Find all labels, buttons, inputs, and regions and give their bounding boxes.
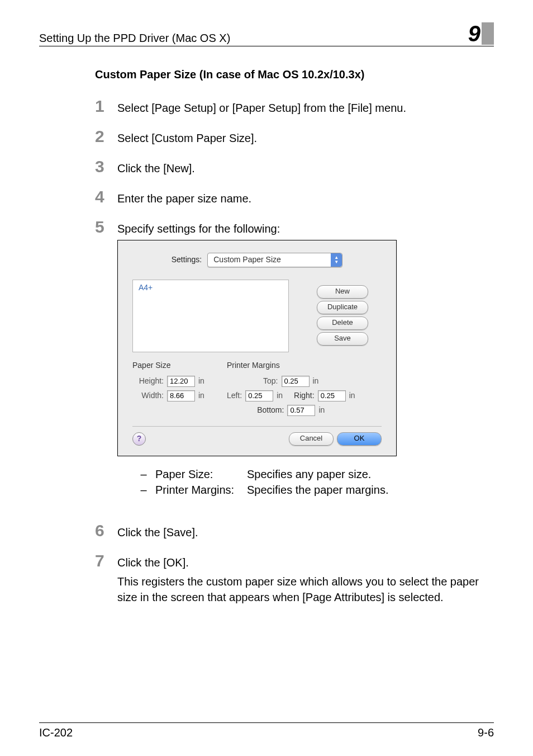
custom-paper-size-dialog: Settings: Custom Paper Size ▲▼ A4+ New D… <box>117 240 397 456</box>
step-1: Select [Page Setup] or [Paper Setup] fro… <box>95 98 494 116</box>
right-label: Right: <box>294 390 315 401</box>
bottom-unit: in <box>318 405 325 416</box>
desc-margin-text: Specifies the paper margins. <box>247 482 388 498</box>
delete-button[interactable]: Delete <box>317 316 368 330</box>
side-buttons: New Duplicate Delete Save <box>317 285 368 352</box>
duplicate-button[interactable]: Duplicate <box>317 301 368 314</box>
height-label: Height: <box>132 376 164 387</box>
page-header: Setting Up the PPD Driver (Mac OS X) 9 <box>39 22 494 46</box>
dialog-divider <box>132 426 382 427</box>
settings-row: Settings: Custom Paper Size ▲▼ <box>132 253 382 267</box>
bottom-label: Bottom: <box>257 405 284 416</box>
left-label: Left: <box>227 390 242 401</box>
top-unit: in <box>313 376 319 387</box>
width-input[interactable] <box>167 390 195 401</box>
dash-icon: – <box>140 482 147 498</box>
new-button[interactable]: New <box>317 285 368 299</box>
step-2: Select [Custom Paper Size]. <box>95 128 494 146</box>
chapter-stripe-icon <box>482 22 494 45</box>
width-unit: in <box>198 390 204 401</box>
right-input[interactable] <box>318 390 346 401</box>
step-list: Select [Page Setup] or [Paper Setup] fro… <box>95 98 494 605</box>
step-3: Click the [New]. <box>95 158 494 176</box>
chevron-updown-icon: ▲▼ <box>331 253 342 267</box>
desc-margin-term: Printer Margins: <box>155 482 239 498</box>
chapter-number: 9 <box>468 22 480 45</box>
header-running-title: Setting Up the PPD Driver (Mac OS X) <box>39 32 230 45</box>
help-icon[interactable]: ? <box>132 432 146 446</box>
settings-popup[interactable]: Custom Paper Size ▲▼ <box>207 253 342 267</box>
top-label: Top: <box>263 376 278 387</box>
step-7-text: Click the [OK]. <box>117 555 494 570</box>
height-unit: in <box>198 376 204 387</box>
section-heading: Custom Paper Size (In case of Mac OS 10.… <box>95 67 494 82</box>
chapter-marker: 9 <box>468 22 494 45</box>
paper-size-column: Paper Size Height: in Width: in <box>132 360 204 419</box>
name-list[interactable]: A4+ <box>132 280 289 352</box>
step-4: Enter the paper size name. <box>95 188 494 206</box>
settings-label: Settings: <box>172 254 202 266</box>
step-7-note: This registers the custom paper size whi… <box>117 574 494 605</box>
step-5-text: Specify settings for the following: <box>117 221 494 237</box>
desc-paper-term: Paper Size: <box>155 466 239 482</box>
desc-paper-text: Specifies any paper size. <box>247 466 371 482</box>
cancel-button[interactable]: Cancel <box>289 432 334 446</box>
save-button[interactable]: Save <box>317 332 368 346</box>
dash-icon: – <box>140 466 147 482</box>
left-input[interactable] <box>245 390 273 401</box>
description-list: – Paper Size: Specifies any paper size. … <box>140 466 494 498</box>
footer-right: 9-6 <box>478 726 494 739</box>
name-list-item[interactable]: A4+ <box>139 283 153 292</box>
footer-left: IC-202 <box>39 726 73 739</box>
step-6: Click the [Save]. <box>95 522 494 540</box>
settings-popup-value: Custom Paper Size <box>213 254 281 266</box>
page-content: Custom Paper Size (In case of Mac OS 10.… <box>39 46 494 617</box>
height-input[interactable] <box>167 376 195 387</box>
right-unit: in <box>349 390 355 401</box>
page-footer: IC-202 9-6 <box>39 722 494 756</box>
top-input[interactable] <box>282 376 310 387</box>
paper-size-title: Paper Size <box>132 360 204 371</box>
margins-title: Printer Margins <box>227 360 355 371</box>
width-label: Width: <box>132 390 164 401</box>
step-5: Specify settings for the following: Sett… <box>95 219 494 510</box>
step-7: Click the [OK]. This registers the custo… <box>95 552 494 605</box>
left-unit: in <box>277 390 283 401</box>
bottom-input[interactable] <box>287 405 315 416</box>
ok-button[interactable]: OK <box>337 432 382 446</box>
printer-margins-column: Printer Margins Top: in Left: in <box>227 360 355 419</box>
